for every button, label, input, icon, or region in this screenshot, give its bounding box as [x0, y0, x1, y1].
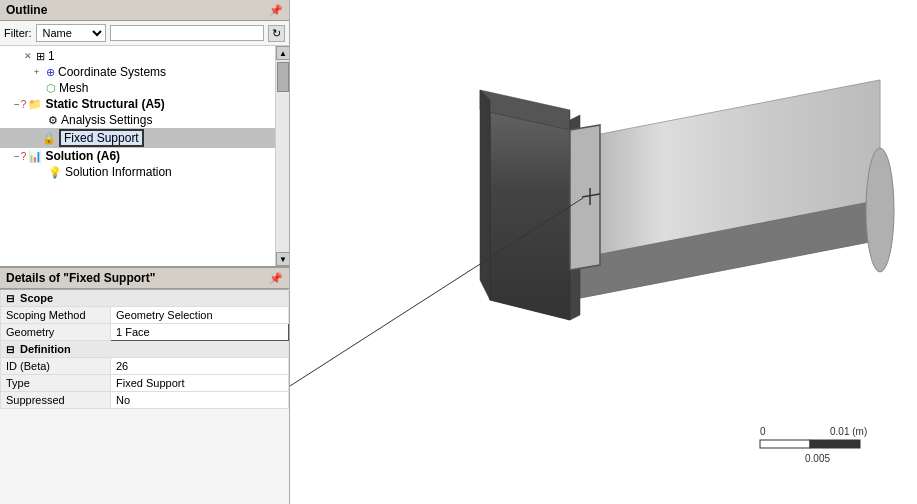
scope-collapse-icon[interactable]: ⊟: [6, 293, 14, 304]
model-viewport-svg: 0 0.01 (m) 0.005: [290, 0, 917, 504]
tree-item-coord[interactable]: + ⊕ Coordinate Systems: [0, 64, 289, 80]
node-icon-sol-info: 💡: [48, 166, 62, 179]
geometry-value[interactable]: 1 Face: [111, 324, 289, 341]
scroll-up-btn[interactable]: ▲: [276, 46, 289, 60]
suppressed-value: No: [111, 392, 289, 409]
tree-label-mesh: Mesh: [59, 81, 88, 95]
tree-label-fixed: Fixed Support: [59, 129, 144, 147]
scoping-method-row: Scoping Method Geometry Selection: [1, 307, 289, 324]
id-value: 26: [111, 358, 289, 375]
filter-label: Filter:: [4, 27, 32, 39]
left-panel: Outline 📌 Filter: Name ↻ ✕ ⊞ 1: [0, 0, 290, 504]
svg-text:0.01 (m): 0.01 (m): [830, 426, 867, 437]
outline-tree-container: ✕ ⊞ 1 + ⊕ Coordinate Systems ⬡ Mesh: [0, 46, 289, 266]
tree-item-mesh[interactable]: ⬡ Mesh: [0, 80, 289, 96]
filter-type-select[interactable]: Name: [36, 24, 106, 42]
svg-text:0.005: 0.005: [805, 453, 830, 464]
id-key: ID (Beta): [1, 358, 111, 375]
details-pin-icon[interactable]: 📌: [269, 272, 283, 285]
suppressed-row: Suppressed No: [1, 392, 289, 409]
outline-title: Outline: [6, 3, 47, 17]
node-icon-coord: ⊕: [46, 66, 55, 79]
svg-marker-10: [480, 90, 490, 300]
tree-label-solution: Solution (A6): [45, 149, 120, 163]
node-icon-fixed: 🔒: [42, 132, 56, 145]
node-icon-1: ⊞: [36, 50, 45, 63]
outline-scrollbar[interactable]: ▲ ▼: [275, 46, 289, 266]
tree-label-analysis: Analysis Settings: [61, 113, 152, 127]
scope-header-row: ⊟ Scope: [1, 290, 289, 307]
node-icon-static: 📁: [28, 98, 42, 111]
scoping-method-key: Scoping Method: [1, 307, 111, 324]
tree-label-coord: Coordinate Systems: [58, 65, 166, 79]
details-table: ⊟ Scope Scoping Method Geometry Selectio…: [0, 289, 289, 409]
filter-bar: Filter: Name ↻: [0, 21, 289, 46]
tree-label-static: Static Structural (A5): [45, 97, 164, 111]
type-row: Type Fixed Support: [1, 375, 289, 392]
definition-label: Definition: [20, 343, 71, 355]
pin-icon[interactable]: 📌: [269, 4, 283, 17]
svg-marker-7: [490, 100, 570, 320]
outline-header: Outline 📌: [0, 0, 289, 21]
expand-icon[interactable]: ✕: [24, 51, 36, 61]
tree-view: ✕ ⊞ 1 + ⊕ Coordinate Systems ⬡ Mesh: [0, 46, 289, 266]
tree-label-sol-info: Solution Information: [65, 165, 172, 179]
node-icon-mesh: ⬡: [46, 82, 56, 95]
svg-marker-11: [570, 125, 600, 270]
definition-collapse-icon[interactable]: ⊟: [6, 344, 14, 355]
node-icon-analysis: ⚙: [48, 114, 58, 127]
scope-label: Scope: [20, 292, 53, 304]
svg-rect-18: [810, 440, 860, 448]
details-section: Details of "Fixed Support" 📌 ⊟ Scope Sco…: [0, 267, 289, 504]
suppressed-key: Suppressed: [1, 392, 111, 409]
details-title: Details of "Fixed Support": [6, 271, 155, 285]
tree-label-1: 1: [48, 49, 55, 63]
tree-item-root[interactable]: ✕ ⊞ 1: [0, 48, 289, 64]
viewport-panel: A: Static Structural Fixed Support Time:…: [290, 0, 917, 504]
svg-text:0: 0: [760, 426, 766, 437]
svg-point-6: [866, 148, 894, 272]
filter-search-input[interactable]: [110, 25, 265, 41]
scroll-down-btn[interactable]: ▼: [276, 252, 289, 266]
type-key: Type: [1, 375, 111, 392]
node-icon-solution: 📊: [28, 150, 42, 163]
tree-item-fixed[interactable]: 🔒 Fixed Support: [0, 128, 289, 148]
expand-icon-coord[interactable]: +: [34, 67, 46, 77]
id-row: ID (Beta) 26: [1, 358, 289, 375]
definition-header-row: ⊟ Definition: [1, 341, 289, 358]
tree-item-static[interactable]: − ? 📁 Static Structural (A5): [0, 96, 289, 112]
tree-item-solution[interactable]: − ? 📊 Solution (A6): [0, 148, 289, 164]
scroll-thumb[interactable]: [277, 62, 289, 92]
geometry-row: Geometry 1 Face: [1, 324, 289, 341]
svg-rect-17: [760, 440, 810, 448]
scoping-method-value: Geometry Selection: [111, 307, 289, 324]
outline-section: Outline 📌 Filter: Name ↻ ✕ ⊞ 1: [0, 0, 289, 267]
tree-item-analysis[interactable]: ⚙ Analysis Settings: [0, 112, 289, 128]
refresh-button[interactable]: ↻: [268, 25, 285, 42]
details-header: Details of "Fixed Support" 📌: [0, 268, 289, 289]
tree-item-sol-info[interactable]: 💡 Solution Information: [0, 164, 289, 180]
geometry-key: Geometry: [1, 324, 111, 341]
type-value: Fixed Support: [111, 375, 289, 392]
